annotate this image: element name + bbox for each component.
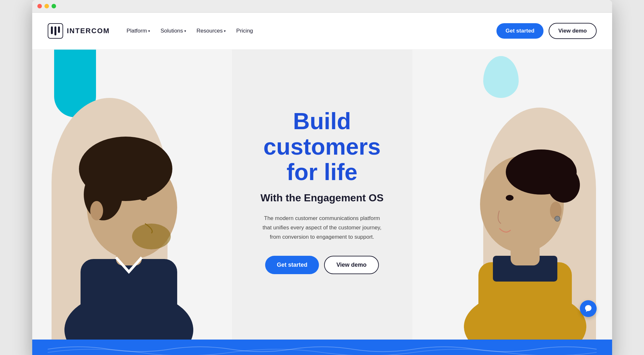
- svg-point-10: [90, 201, 103, 220]
- logo-icon: [48, 23, 63, 39]
- nav-links: Platform ▾ Solutions ▾ Resources ▾ Prici…: [123, 25, 257, 37]
- chevron-down-icon: ▾: [224, 29, 226, 33]
- logo-area[interactable]: INTERCOM: [48, 23, 110, 39]
- nav-resources[interactable]: Resources ▾: [193, 25, 230, 37]
- nav-pricing[interactable]: Pricing: [232, 25, 257, 37]
- browser-chrome: [32, 0, 612, 13]
- hero-subheadline: With the Engagement OS: [261, 191, 384, 205]
- hero-view-demo-button[interactable]: View demo: [324, 256, 379, 274]
- maximize-button[interactable]: [52, 4, 56, 8]
- chevron-down-icon: ▾: [148, 29, 150, 33]
- logo-text: INTERCOM: [67, 27, 110, 35]
- nav-right: Get started View demo: [496, 23, 596, 39]
- footer-bar: [32, 340, 612, 355]
- hero-section: Build customers for life With the Engage…: [32, 50, 612, 340]
- svg-point-11: [139, 195, 147, 201]
- browser-window: INTERCOM Platform ▾ Solutions ▾ Resource…: [32, 0, 612, 355]
- nav-left: INTERCOM Platform ▾ Solutions ▾ Resource…: [48, 23, 257, 39]
- person-left: [45, 66, 193, 340]
- minimize-button[interactable]: [44, 4, 49, 8]
- nav-platform[interactable]: Platform ▾: [123, 25, 154, 37]
- hero-center: Build customers for life With the Engage…: [232, 50, 412, 340]
- person-right: [464, 79, 602, 340]
- svg-point-19: [549, 156, 575, 182]
- hero-description: The modern customer communications platf…: [261, 214, 383, 242]
- svg-point-8: [84, 169, 122, 220]
- navbar: INTERCOM Platform ▾ Solutions ▾ Resource…: [32, 13, 612, 50]
- nav-solutions[interactable]: Solutions ▾: [157, 25, 190, 37]
- svg-point-9: [132, 224, 171, 249]
- svg-point-22: [506, 195, 514, 201]
- hero-buttons: Get started View demo: [265, 256, 379, 274]
- chevron-down-icon: ▾: [184, 29, 186, 33]
- chat-button[interactable]: [580, 300, 597, 317]
- hero-headline: Build customers for life: [263, 109, 380, 185]
- svg-point-21: [555, 216, 560, 221]
- svg-rect-0: [51, 26, 53, 34]
- view-demo-button[interactable]: View demo: [549, 23, 597, 39]
- svg-rect-1: [54, 26, 56, 35]
- svg-rect-2: [58, 26, 60, 33]
- hero-get-started-button[interactable]: Get started: [265, 256, 319, 274]
- get-started-button[interactable]: Get started: [496, 23, 543, 39]
- close-button[interactable]: [37, 4, 42, 8]
